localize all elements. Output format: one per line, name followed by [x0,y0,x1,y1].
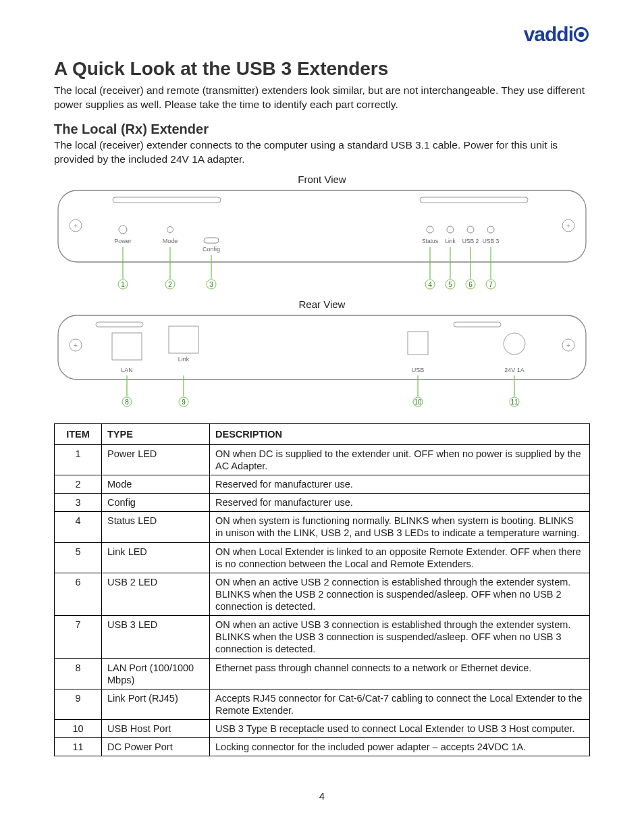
table-row: 7USB 3 LEDON when an active USB 3 connec… [55,616,590,658]
label-lan: LAN [121,367,133,373]
svg-rect-35 [112,333,142,360]
table-row: 1Power LEDON when DC is supplied to the … [55,444,590,475]
label-power: Power [114,238,132,244]
svg-point-10 [427,226,433,233]
label-link-rear: Link [178,356,190,363]
svg-rect-37 [408,332,428,355]
rear-view-caption: Rear View [54,298,590,310]
rear-view-diagram: + + LAN Link USB 24V 1A 8 9 10 11 [54,313,590,414]
svg-rect-0 [58,190,586,262]
svg-rect-30 [454,322,501,327]
table-row: 2ModeReserved for manufacturer use. [55,475,590,494]
label-status: Status [422,238,438,244]
label-dc: 24V 1A [504,367,525,373]
front-view-diagram: + + Power Mode Config Status Link USB 2 … [54,188,590,296]
brand-logo-icon [574,27,589,42]
cell-desc: Accepts RJ45 connector for Cat-6/Cat-7 c… [210,689,590,719]
svg-point-11 [447,226,454,233]
table-row: 9Link Port (RJ45)Accepts RJ45 connector … [55,689,590,719]
cell-item: 5 [55,542,102,573]
svg-point-38 [504,333,525,355]
table-row: 11DC Power PortLocking connector for the… [55,738,590,756]
cell-desc: ON when system is functioning normally. … [210,512,590,542]
svg-point-8 [167,226,173,232]
th-item: ITEM [55,423,102,444]
ports-table: ITEM TYPE DESCRIPTION 1Power LEDON when … [54,423,590,757]
svg-rect-2 [420,197,528,203]
cell-desc: ON when DC is supplied to the extender u… [210,444,590,475]
callout-6: 6 [468,280,473,288]
cell-desc: Locking connector for the included power… [210,738,590,756]
cell-item: 6 [55,573,102,615]
cell-item: 11 [55,738,102,756]
cell-type: USB Host Port [102,720,210,738]
cell-type: DC Power Port [102,738,210,756]
cell-item: 10 [55,720,102,738]
cell-item: 3 [55,494,102,512]
table-row: 5Link LEDON when Local Extender is linke… [55,542,590,573]
callout-3: 3 [209,280,213,288]
callout-11: 11 [510,398,518,405]
label-config: Config [203,246,220,253]
cell-desc: ON when an active USB 3 connection is es… [210,616,590,658]
table-row: 8LAN Port (100/1000 Mbps)Ethernet pass t… [55,658,590,689]
svg-point-13 [487,226,494,233]
callout-8: 8 [125,398,129,405]
section-paragraph: The local (receiver) extender connects t… [54,138,590,167]
cell-item: 1 [55,444,102,475]
brand-logo: vaddi [524,23,589,46]
th-desc: DESCRIPTION [210,423,590,444]
svg-rect-9 [204,238,219,243]
callout-7: 7 [489,280,493,288]
cell-item: 7 [55,616,102,658]
cell-type: Link Port (RJ45) [102,689,210,719]
cell-desc: Reserved for manufacturer use. [210,494,590,512]
front-view-caption: Front View [54,174,590,185]
brand-text: vaddi [524,23,573,46]
svg-text:+: + [74,342,78,349]
cell-type: Mode [102,475,210,494]
callout-2: 2 [168,280,172,288]
svg-text:+: + [566,222,570,230]
cell-item: 8 [55,658,102,689]
cell-desc: ON when Local Extender is linked to an o… [210,542,590,573]
table-row: 3ConfigReserved for manufacturer use. [55,494,590,512]
cell-desc: Ethernet pass through channel connects t… [210,658,590,689]
callout-1: 1 [121,280,125,288]
cell-type: LAN Port (100/1000 Mbps) [102,658,210,689]
cell-type: Config [102,494,210,512]
table-row: 4Status LEDON when system is functioning… [55,512,590,542]
label-mode: Mode [163,238,178,244]
cell-type: USB 2 LED [102,573,210,615]
callout-9: 9 [182,398,186,405]
cell-type: Link LED [102,542,210,573]
svg-point-7 [119,226,127,234]
svg-text:+: + [74,222,78,230]
svg-rect-36 [169,326,198,353]
page-title: A Quick Look at the USB 3 Extenders [54,58,590,80]
label-usb3: USB 3 [483,238,500,244]
cell-item: 2 [55,475,102,494]
intro-paragraph: The local (receiver) and remote (transmi… [54,84,590,112]
svg-point-12 [467,226,474,233]
callout-10: 10 [414,398,422,405]
th-type: TYPE [102,423,210,444]
table-row: 6USB 2 LEDON when an active USB 2 connec… [55,573,590,615]
cell-type: USB 3 LED [102,616,210,658]
callout-4: 4 [428,280,432,288]
label-link: Link [445,238,456,244]
cell-desc: USB 3 Type B receptacle used to connect … [210,720,590,738]
callout-5: 5 [448,280,452,288]
label-usb2: USB 2 [462,238,479,244]
label-usb: USB [412,367,425,373]
cell-type: Status LED [102,512,210,542]
page-number: 4 [0,790,644,802]
cell-type: Power LED [102,444,210,475]
cell-desc: ON when an active USB 2 connection is es… [210,573,590,615]
cell-item: 9 [55,689,102,719]
section-title: The Local (Rx) Extender [54,122,590,137]
svg-text:+: + [566,342,570,349]
svg-rect-1 [113,197,221,203]
table-row: 10USB Host PortUSB 3 Type B receptacle u… [55,720,590,738]
cell-desc: Reserved for manufacturer use. [210,475,590,494]
